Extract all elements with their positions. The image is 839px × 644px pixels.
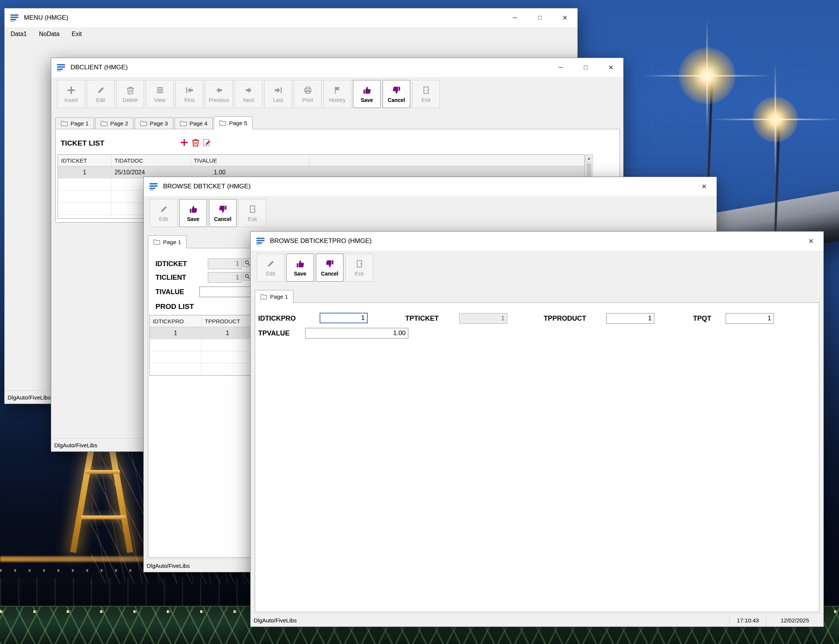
toolbar-button-label: Cancel: [388, 97, 405, 103]
tab-page-3[interactable]: Page 3: [135, 118, 173, 129]
toolbar-button-view[interactable]: View: [146, 80, 174, 108]
delete-row-button[interactable]: [191, 138, 201, 148]
toolbar-button-next[interactable]: Next: [235, 80, 262, 108]
tab-page-5[interactable]: Page 5: [214, 117, 252, 129]
toolbar-button-first[interactable]: First: [176, 80, 203, 108]
toolbar-button-label: Last: [273, 97, 283, 103]
field-label-ticlient: TICLIENT: [155, 274, 186, 282]
minimize-button[interactable]: ─: [548, 58, 573, 77]
toolbar-button-label: Save: [187, 216, 199, 222]
tab-page-2[interactable]: Page 2: [95, 118, 134, 129]
cancel-button[interactable]: Cancel: [209, 199, 237, 227]
exit-button[interactable]: Exit: [412, 80, 440, 108]
insert-icon: [66, 85, 76, 95]
toolbar-button-history[interactable]: History: [323, 80, 351, 108]
toolbar-button-label: Previous: [209, 97, 229, 103]
grid-column-header[interactable]: IDTICKPRO: [150, 315, 202, 327]
titlebar[interactable]: DBCLIENT (HMGE) ─ □ ✕: [51, 58, 623, 77]
close-button[interactable]: ✕: [691, 177, 717, 196]
close-button[interactable]: ✕: [798, 232, 823, 251]
prod-list-title: PROD LIST: [155, 302, 194, 311]
app-icon: [10, 13, 20, 22]
edit-pencil-icon: [266, 259, 276, 269]
toolbar-button-print[interactable]: Print: [294, 80, 321, 108]
thumbs-down-icon: [218, 204, 228, 214]
titlebar[interactable]: BROWSE DBTICKET (HMGE) ✕: [144, 177, 717, 196]
folder-icon: [260, 294, 267, 299]
tab-page-4[interactable]: Page 4: [174, 118, 213, 129]
toolbar-button-previous[interactable]: Previous: [205, 80, 233, 108]
toolbar-button-label: First: [184, 97, 194, 103]
titlebar[interactable]: BROWSE DBTICKETPRO (HMGE) ✕: [251, 232, 823, 251]
minimize-button[interactable]: ─: [502, 8, 527, 27]
tab-strip: Page 1 Page 2 Page 3 Page 4 Page 5: [55, 116, 253, 129]
first-record-icon: [184, 85, 194, 95]
previous-arrow-icon: [214, 85, 224, 95]
tab-page-1[interactable]: Page 1: [148, 235, 186, 248]
window-title: DBCLIENT (HMGE): [71, 64, 128, 71]
save-button[interactable]: Save: [286, 254, 314, 282]
titlebar[interactable]: MENU (HMGE) ─ □ ✕: [5, 8, 577, 27]
maximize-button[interactable]: □: [527, 8, 553, 27]
edit-row-button[interactable]: [202, 138, 212, 148]
toolbar-button-label: Save: [294, 271, 306, 277]
toolbar-button-edit[interactable]: Edit: [87, 80, 115, 108]
wallpaper-bridge-pylon: [81, 516, 125, 519]
field-label-tivalue: TIVALUE: [155, 288, 184, 296]
grid-column-header[interactable]: TIDATDOC: [112, 154, 191, 166]
toolbar-button-label: View: [154, 97, 165, 103]
field-label-tpproduct: TPPRODUCT: [544, 315, 586, 322]
maximize-button[interactable]: □: [573, 58, 598, 77]
toolbar-button-label: Edit: [96, 97, 105, 103]
save-button[interactable]: Save: [179, 199, 207, 227]
toolbar: Edit Save Cancel Exit: [150, 199, 266, 227]
printer-icon: [303, 85, 313, 95]
ticlient-field[interactable]: [208, 272, 242, 283]
toolbar: Insert Edit Delete View First Previous N…: [57, 80, 440, 108]
toolbar-button-edit[interactable]: Edit: [257, 254, 285, 282]
exit-door-icon: [354, 259, 364, 269]
menu-item-nodata[interactable]: NoData: [33, 27, 66, 41]
field-label-tpvalue: TPVALUE: [258, 329, 290, 337]
tab-page-1[interactable]: Page 1: [55, 118, 94, 129]
cancel-button[interactable]: Cancel: [383, 80, 410, 108]
close-button[interactable]: ✕: [598, 58, 623, 77]
toolbar-button-delete[interactable]: Delete: [117, 80, 144, 108]
toolbar-button-label: Delete: [122, 97, 138, 103]
close-button[interactable]: ✕: [553, 8, 577, 27]
tab-label: Page 2: [110, 120, 128, 127]
cancel-button[interactable]: Cancel: [316, 254, 344, 282]
exit-button[interactable]: Exit: [239, 199, 266, 227]
grid-column-header[interactable]: TIVALUE: [191, 154, 309, 166]
grid-column-header[interactable]: TPPRODUCT: [202, 315, 253, 327]
toolbar-button-label: Edit: [266, 271, 275, 277]
statusbar-date: 12/02/2025: [766, 614, 823, 627]
toolbar-button-label: Exit: [355, 271, 364, 277]
tpqt-field[interactable]: [725, 313, 774, 324]
grid-column-header[interactable]: IDTICKET: [58, 154, 112, 166]
window-dbticketpro: BROWSE DBTICKETPRO (HMGE) ✕ Edit Save Ca…: [250, 231, 824, 627]
grid-cell: 1: [58, 166, 112, 178]
menu-item-data1[interactable]: Data1: [5, 27, 33, 41]
toolbar: Edit Save Cancel Exit: [257, 254, 373, 282]
toolbar-button-insert[interactable]: Insert: [57, 80, 85, 108]
tab-page-1[interactable]: Page 1: [255, 290, 293, 303]
exit-button[interactable]: Exit: [345, 254, 373, 282]
tpticket-field[interactable]: [459, 313, 507, 324]
next-arrow-icon: [244, 85, 253, 95]
wallpaper-bridge-pylon: [86, 470, 120, 474]
add-row-button[interactable]: [179, 138, 189, 148]
field-label-tpticket: TPTICKET: [405, 315, 439, 322]
tab-label: Page 1: [163, 239, 181, 245]
menu-item-exit[interactable]: Exit: [66, 27, 88, 41]
table-row[interactable]: 1 1: [150, 327, 254, 339]
tpvalue-field[interactable]: [305, 328, 408, 338]
toolbar-button-edit[interactable]: Edit: [150, 199, 178, 227]
save-button[interactable]: Save: [353, 80, 381, 108]
tpproduct-field[interactable]: [606, 313, 655, 324]
idticket-field[interactable]: [208, 258, 242, 269]
toolbar-button-label: Print: [302, 97, 313, 103]
scroll-up-icon[interactable]: ▲: [586, 154, 592, 162]
idtickpro-field[interactable]: [319, 313, 368, 323]
toolbar-button-last[interactable]: Last: [264, 80, 292, 108]
